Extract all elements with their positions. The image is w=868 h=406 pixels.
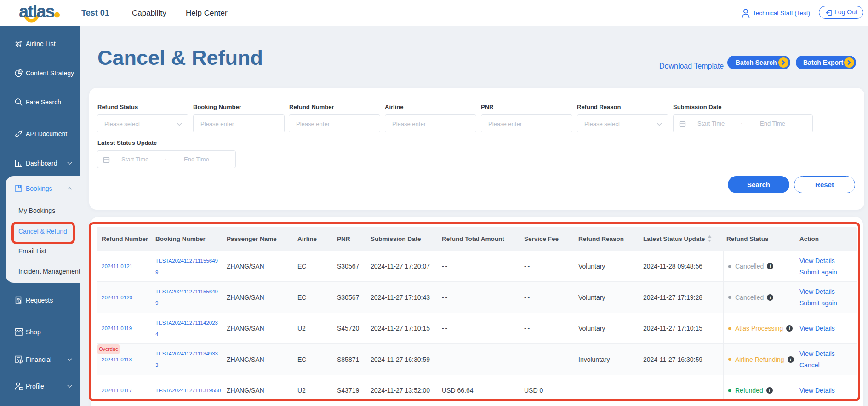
svg-text:atlas: atlas (19, 2, 54, 21)
svg-text:$: $ (20, 360, 22, 364)
